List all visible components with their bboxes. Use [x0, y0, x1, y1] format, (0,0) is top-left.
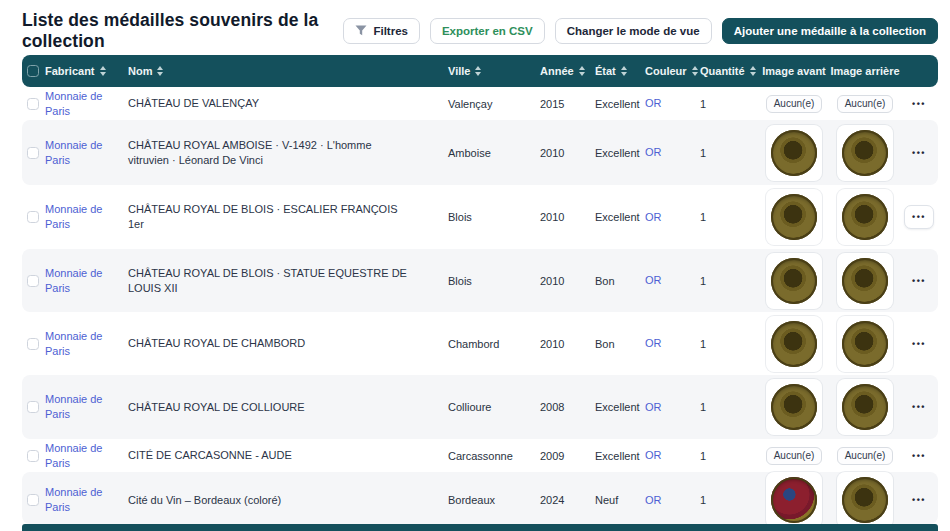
- couleur-cell: OR: [645, 493, 700, 508]
- fabricant-cell: Monnaie de Paris: [45, 266, 128, 296]
- couleur-link[interactable]: OR: [645, 494, 662, 506]
- export-csv-label: Exporter en CSV: [442, 25, 533, 37]
- none-badge: Aucun(e): [837, 447, 894, 465]
- medal-image[interactable]: [837, 125, 893, 181]
- quantite-cell: 1: [700, 494, 758, 506]
- medal-image[interactable]: [837, 316, 893, 372]
- medal-image[interactable]: [837, 253, 893, 309]
- row-checkbox[interactable]: [27, 338, 39, 350]
- column-label: Ville: [448, 65, 470, 77]
- couleur-link[interactable]: OR: [645, 401, 662, 413]
- row-actions-button[interactable]: •••: [908, 333, 930, 355]
- quantite-cell: 1: [700, 275, 758, 287]
- actions-cell: •••: [900, 396, 938, 418]
- row-checkbox-cell: [22, 147, 45, 159]
- annee-cell: 2024: [540, 494, 595, 506]
- medal-image[interactable]: [766, 316, 822, 372]
- change-view-mode-button[interactable]: Changer le mode de vue: [555, 18, 712, 44]
- row-actions-button[interactable]: •••: [908, 396, 930, 418]
- etat-cell: Neuf: [595, 494, 645, 506]
- fabricant-link[interactable]: Monnaie de Paris: [45, 330, 103, 357]
- column-header-ville[interactable]: Ville: [448, 65, 540, 77]
- sort-icon: [157, 66, 163, 76]
- row-actions-button[interactable]: •••: [908, 270, 930, 292]
- medal-image[interactable]: [837, 189, 893, 245]
- column-header-fabricant[interactable]: Fabricant: [45, 65, 128, 77]
- row-checkbox[interactable]: [27, 275, 39, 287]
- couleur-cell: OR: [645, 96, 700, 111]
- table-row: Monnaie de ParisCHÂTEAU ROYAL DE CHAMBOR…: [22, 312, 938, 375]
- column-header-quantite[interactable]: Quantité: [700, 65, 758, 77]
- export-csv-button[interactable]: Exporter en CSV: [430, 18, 545, 44]
- row-actions-button[interactable]: •••: [908, 93, 930, 115]
- fabricant-link[interactable]: Monnaie de Paris: [45, 90, 103, 117]
- image-arriere-cell: [830, 189, 900, 245]
- nom-cell: CHÂTEAU DE VALENÇAY: [128, 96, 448, 111]
- couleur-link[interactable]: OR: [645, 449, 662, 461]
- couleur-link[interactable]: OR: [645, 211, 662, 223]
- column-header-etat[interactable]: État: [595, 65, 645, 77]
- quantite-cell: 1: [700, 401, 758, 413]
- medal-image[interactable]: [837, 379, 893, 435]
- ville-cell: Blois: [448, 275, 540, 287]
- fabricant-link[interactable]: Monnaie de Paris: [45, 203, 103, 230]
- annee-cell: 2010: [540, 211, 595, 223]
- column-label: Image arrière: [830, 65, 899, 77]
- row-actions-button[interactable]: •••: [908, 445, 930, 467]
- actions-cell: •••: [900, 142, 938, 164]
- medal-coin-icon: [771, 258, 817, 304]
- fabricant-cell: Monnaie de Paris: [45, 329, 128, 359]
- couleur-link[interactable]: OR: [645, 146, 662, 158]
- couleur-link[interactable]: OR: [645, 337, 662, 349]
- fabricant-link[interactable]: Monnaie de Paris: [45, 393, 103, 420]
- none-badge: Aucun(e): [766, 95, 823, 113]
- header-checkbox-cell: [22, 65, 45, 77]
- column-header-image-arriere: Image arrière: [830, 65, 900, 77]
- quantite-cell: 1: [700, 147, 758, 159]
- table-body: Monnaie de ParisCHÂTEAU DE VALENÇAYValen…: [22, 87, 938, 524]
- column-header-annee[interactable]: Année: [540, 65, 595, 77]
- medals-table: Fabricant Nom Ville Année État Couleur Q…: [22, 55, 938, 524]
- row-checkbox[interactable]: [27, 450, 39, 462]
- column-label: Quantité: [700, 65, 745, 77]
- nom-cell: CHÂTEAU ROYAL DE COLLIOURE: [128, 400, 448, 415]
- row-checkbox[interactable]: [27, 147, 39, 159]
- couleur-link[interactable]: OR: [645, 274, 662, 286]
- sort-icon: [100, 66, 106, 76]
- fabricant-link[interactable]: Monnaie de Paris: [45, 442, 103, 469]
- select-all-checkbox[interactable]: [27, 65, 39, 77]
- medal-image[interactable]: [766, 472, 822, 528]
- medal-image[interactable]: [766, 189, 822, 245]
- couleur-cell: OR: [645, 145, 700, 160]
- nom-cell: CHÂTEAU ROYAL DE BLOIS · STATUE EQUESTRE…: [128, 266, 448, 296]
- medal-image[interactable]: [766, 379, 822, 435]
- medal-image[interactable]: [766, 253, 822, 309]
- couleur-cell: OR: [645, 273, 700, 288]
- fabricant-link[interactable]: Monnaie de Paris: [45, 139, 103, 166]
- column-header-nom[interactable]: Nom: [128, 65, 448, 77]
- column-header-couleur[interactable]: Couleur: [645, 65, 700, 77]
- column-label: Couleur: [645, 65, 687, 77]
- medal-image[interactable]: [766, 125, 822, 181]
- sort-icon: [579, 66, 585, 76]
- annee-cell: 2015: [540, 98, 595, 110]
- couleur-link[interactable]: OR: [645, 97, 662, 109]
- fabricant-link[interactable]: Monnaie de Paris: [45, 267, 103, 294]
- medal-image[interactable]: [837, 472, 893, 528]
- row-checkbox[interactable]: [27, 401, 39, 413]
- column-label: Image avant: [762, 65, 826, 77]
- quantite-cell: 1: [700, 450, 758, 462]
- row-actions-button[interactable]: •••: [908, 489, 930, 511]
- row-checkbox[interactable]: [27, 98, 39, 110]
- toolbar: Filtres Exporter en CSV Changer le mode …: [343, 18, 938, 44]
- add-medal-button[interactable]: Ajouter une médaille à la collection: [722, 18, 938, 44]
- nom-cell: CHÂTEAU ROYAL DE BLOIS · ESCALIER FRANÇO…: [128, 202, 448, 232]
- filters-button[interactable]: Filtres: [343, 18, 420, 44]
- row-actions-button[interactable]: •••: [908, 142, 930, 164]
- fabricant-cell: Monnaie de Paris: [45, 441, 128, 471]
- row-checkbox[interactable]: [27, 494, 39, 506]
- row-actions-button[interactable]: •••: [904, 205, 934, 229]
- fabricant-link[interactable]: Monnaie de Paris: [45, 486, 103, 513]
- image-avant-cell: [758, 189, 830, 245]
- row-checkbox[interactable]: [27, 211, 39, 223]
